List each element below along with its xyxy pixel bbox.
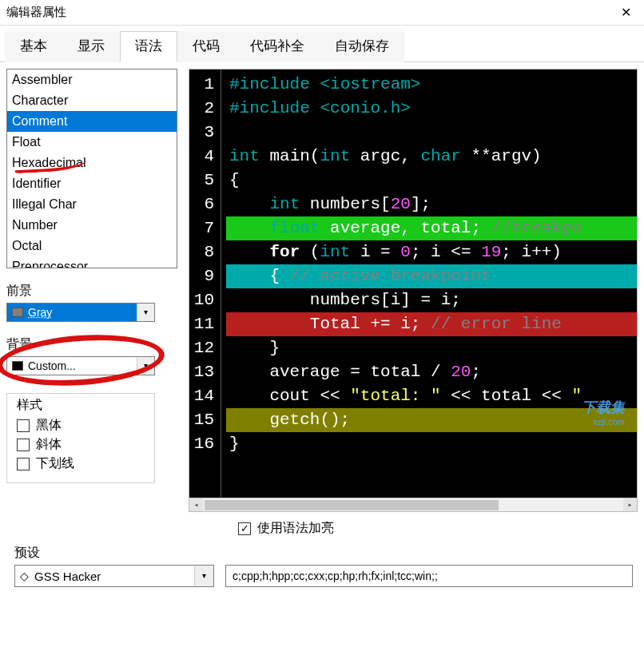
watermark: 下载集 xzji.com [582, 398, 625, 427]
list-item[interactable]: Identifier [7, 173, 177, 194]
scroll-right-icon[interactable]: ▸ [623, 498, 637, 512]
syntax-listbox[interactable]: AssemblerCharacterCommentFloatHexadecima… [6, 69, 177, 268]
preset-combo[interactable]: ◇ GSS Hacker ▾ [14, 565, 214, 587]
chevron-down-icon: ▾ [137, 304, 154, 321]
preset-label: 预设 [14, 545, 633, 562]
foreground-label: 前景 [6, 283, 177, 300]
tab-1[interactable]: 显示 [62, 31, 120, 62]
horizontal-scrollbar[interactable]: ◂ ▸ [189, 498, 637, 511]
list-item[interactable]: Number [7, 215, 177, 236]
scrollbar-track[interactable] [203, 498, 623, 512]
list-item[interactable]: Hexadecimal [7, 153, 177, 173]
checkbox-icon [17, 419, 30, 432]
list-item[interactable]: Preprocessor [7, 256, 177, 268]
background-combo[interactable]: Custom... ▾ [6, 356, 155, 375]
extensions-input[interactable] [225, 565, 633, 587]
tab-5[interactable]: 自动保存 [320, 31, 404, 62]
list-item[interactable]: Comment [7, 111, 177, 132]
titlebar: 编辑器属性 ✕ [0, 0, 644, 26]
foreground-value: Gray [26, 306, 137, 319]
use-syntax-highlight-checkbox[interactable]: ✓ 使用语法加亮 [238, 520, 633, 537]
italic-label: 斜体 [36, 436, 62, 453]
chevron-down-icon: ▾ [194, 566, 213, 586]
preset-value: GSS Hacker [33, 570, 194, 583]
bold-checkbox[interactable]: 黑体 [17, 417, 145, 434]
code-body: #include <iostream>#include <conio.h>int… [221, 69, 637, 498]
chevron-down-icon: ▾ [137, 357, 154, 375]
close-button[interactable]: ✕ [607, 0, 644, 26]
bold-label: 黑体 [36, 417, 62, 434]
tab-4[interactable]: 代码补全 [235, 31, 320, 62]
use-syntax-highlight-label: 使用语法加亮 [257, 520, 334, 537]
scrollbar-thumb[interactable] [205, 500, 499, 510]
style-group: 样式 黑体 斜体 下划线 [6, 393, 155, 483]
checkbox-icon: ✓ [238, 522, 251, 535]
line-gutter: 12345678910111213141516 [189, 69, 221, 498]
checkbox-icon [17, 458, 30, 470]
underline-label: 下划线 [36, 455, 74, 472]
background-label: 背景 [6, 336, 177, 353]
list-item[interactable]: Octal [7, 236, 177, 256]
underline-checkbox[interactable]: 下划线 [17, 455, 145, 472]
window-title: 编辑器属性 [6, 5, 66, 20]
tab-2[interactable]: 语法 [120, 31, 177, 62]
list-item[interactable]: Assembler [7, 69, 177, 90]
scroll-left-icon[interactable]: ◂ [189, 498, 203, 512]
list-item[interactable]: Character [7, 90, 177, 111]
style-group-label: 样式 [17, 397, 145, 414]
tab-bar: 基本显示语法代码代码补全自动保存 [0, 26, 644, 62]
code-preview: 12345678910111213141516 #include <iostre… [189, 69, 638, 512]
tab-0[interactable]: 基本 [5, 31, 62, 62]
background-swatch [12, 361, 23, 371]
foreground-combo[interactable]: Gray ▾ [6, 303, 155, 322]
foreground-swatch [12, 308, 23, 317]
italic-checkbox[interactable]: 斜体 [17, 436, 145, 453]
preset-icon: ◇ [15, 570, 33, 582]
tab-3[interactable]: 代码 [177, 31, 235, 62]
list-item[interactable]: Illegal Char [7, 194, 177, 215]
checkbox-icon [17, 439, 30, 451]
list-item[interactable]: Float [7, 132, 177, 153]
background-value: Custom... [26, 359, 137, 372]
